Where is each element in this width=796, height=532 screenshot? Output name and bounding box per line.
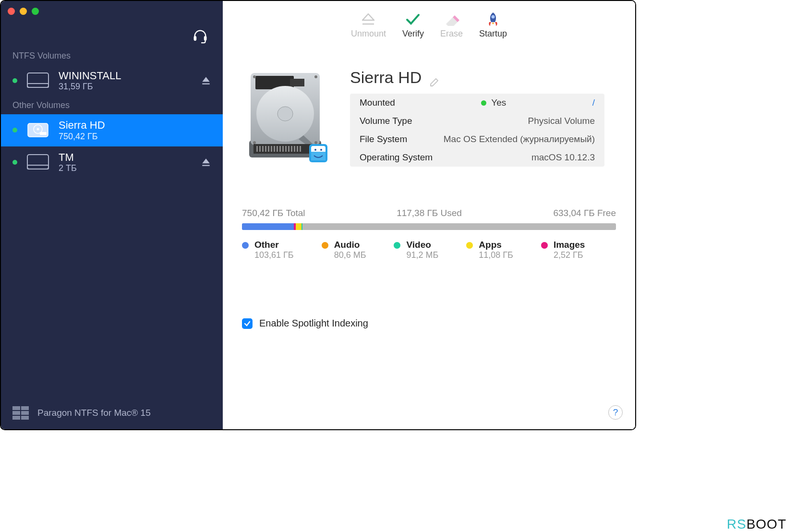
close-window-button[interactable]	[8, 8, 15, 15]
svg-rect-35	[274, 146, 275, 152]
legend-audio: Audio 80,6 МБ	[322, 240, 366, 260]
legend-name: Images	[554, 240, 585, 250]
svg-rect-29	[256, 146, 258, 152]
svg-rect-7	[40, 132, 47, 135]
watermark-boot: BOOT	[747, 517, 786, 532]
svg-rect-21	[290, 79, 304, 86]
svg-point-23	[277, 107, 293, 121]
section-other-label: Other Volumes	[1, 97, 223, 114]
info-label: Operating System	[360, 152, 433, 163]
volume-info-table: Mounted Yes / Volume Type Physical Volum…	[350, 94, 604, 167]
checkbox-checked-icon[interactable]	[242, 318, 253, 329]
svg-rect-42	[294, 146, 295, 152]
app-icon	[12, 406, 29, 420]
svg-rect-1	[204, 36, 207, 41]
svg-point-48	[314, 149, 316, 151]
usage-seg-other	[242, 223, 294, 230]
usage-seg-video	[302, 223, 302, 230]
svg-rect-11	[21, 406, 29, 410]
legend-name: Audio	[334, 240, 366, 250]
legend-name: Other	[254, 240, 294, 250]
svg-point-26	[253, 141, 256, 144]
svg-point-27	[314, 141, 317, 144]
legend-size: 91,2 МБ	[406, 250, 438, 260]
info-row-type: Volume Type Physical Volume	[350, 112, 604, 130]
volume-item-wininstall[interactable]: WININSTALL 31,59 ГБ	[1, 65, 223, 97]
legend-name: Apps	[479, 240, 513, 250]
legend-other: Other 103,61 ГБ	[242, 240, 294, 260]
svg-point-24	[253, 75, 256, 78]
svg-rect-37	[279, 146, 281, 152]
usage-total: 750,42 ГБ Total	[242, 208, 305, 218]
legend-apps: Apps 11,08 ГБ	[466, 240, 513, 260]
svg-rect-15	[21, 416, 29, 420]
status-dot-icon	[12, 128, 17, 133]
window-controls	[8, 6, 39, 15]
rename-icon[interactable]	[429, 73, 440, 83]
svg-point-17	[492, 15, 495, 18]
volume-item-tm[interactable]: TM 2 ТБ	[1, 146, 223, 178]
svg-rect-47	[311, 152, 326, 160]
sidebar: NTFS Volumes WININSTALL 31,59 ГБ Oth	[1, 1, 223, 429]
legend-swatch	[394, 242, 400, 249]
svg-rect-12	[12, 411, 20, 415]
spotlight-checkbox-row[interactable]: Enable Spotlight Indexing	[242, 318, 616, 329]
zoom-window-button[interactable]	[32, 8, 39, 15]
section-ntfs-label: NTFS Volumes	[1, 47, 223, 65]
legend-images: Images 2,52 ГБ	[541, 240, 585, 260]
drive-icon	[26, 71, 50, 90]
legend-size: 80,6 МБ	[334, 250, 366, 260]
legend-size: 11,08 ГБ	[479, 250, 513, 260]
volume-name: TM	[59, 151, 192, 163]
tool-label: Verify	[402, 29, 424, 39]
usage-free: 633,04 ГБ Free	[553, 208, 616, 218]
volume-name: WININSTALL	[59, 70, 192, 82]
svg-rect-13	[21, 411, 29, 415]
minimize-window-button[interactable]	[20, 8, 27, 15]
status-dot-icon	[12, 160, 17, 165]
eject-icon[interactable]	[201, 157, 211, 168]
svg-rect-43	[297, 146, 298, 152]
svg-rect-36	[277, 146, 278, 152]
mount-path-link[interactable]: /	[592, 97, 595, 108]
eject-icon[interactable]	[201, 75, 211, 86]
volume-size: 2 ТБ	[59, 163, 192, 173]
svg-rect-39	[285, 146, 287, 152]
svg-point-49	[320, 149, 322, 151]
info-value: Mac OS Extended (журналируемый)	[444, 134, 595, 145]
volume-size: 31,59 ГБ	[59, 82, 192, 92]
svg-point-25	[314, 75, 317, 78]
internal-drive-icon	[26, 121, 50, 140]
info-label: Mounted	[360, 97, 395, 108]
status-dot-icon	[12, 78, 17, 83]
svg-rect-33	[268, 146, 269, 152]
unmount-button[interactable]: Unmount	[351, 12, 386, 39]
svg-rect-3	[27, 84, 48, 87]
help-button[interactable]: ?	[608, 405, 623, 420]
info-row-fs: File System Mac OS Extended (журналируем…	[350, 130, 604, 148]
svg-rect-34	[271, 146, 272, 152]
sidebar-footer[interactable]: Paragon NTFS for Mac® 15	[1, 399, 223, 429]
legend-name: Video	[406, 240, 438, 250]
svg-point-6	[37, 128, 39, 131]
verify-button[interactable]: Verify	[402, 12, 424, 39]
main-panel: Unmount Verify Erase	[223, 1, 635, 429]
legend-video: Video 91,2 МБ	[394, 240, 438, 260]
tool-label: Startup	[479, 29, 507, 39]
startup-button[interactable]: Startup	[479, 12, 507, 39]
help-icon: ?	[613, 407, 618, 418]
usage-used: 117,38 ГБ Used	[397, 208, 462, 218]
tool-label: Erase	[440, 29, 463, 39]
svg-rect-10	[12, 406, 20, 410]
support-icon[interactable]	[192, 28, 208, 44]
erase-button[interactable]: Erase	[440, 12, 463, 39]
info-value: macOS 10.12.3	[531, 152, 595, 163]
watermark-rs: RS	[727, 517, 747, 532]
legend-swatch	[466, 242, 473, 249]
drive-icon	[26, 153, 50, 172]
titlebar	[1, 1, 223, 47]
info-row-mounted: Mounted Yes /	[350, 94, 604, 112]
info-label: Volume Type	[360, 116, 412, 126]
svg-rect-8	[27, 155, 48, 169]
volume-item-sierra[interactable]: Sierra HD 750,42 ГБ	[1, 114, 223, 146]
